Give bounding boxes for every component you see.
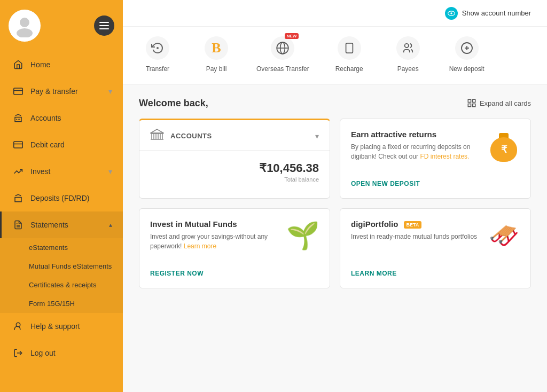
digi-promo-title: digiPortfolio BETA: [351, 219, 482, 229]
cards-grid: ACCOUNTS ₹10,456.38 Total balance Earn a…: [139, 119, 531, 288]
beta-badge: BETA: [404, 221, 422, 229]
sidebar-item-form15[interactable]: Form 15G/15H: [0, 294, 123, 313]
chevron-down-icon[interactable]: [315, 131, 319, 141]
sidebar-item-statements-label: Statements: [30, 221, 109, 229]
new-deposit-icon: [455, 36, 479, 60]
action-transfer[interactable]: Transfer: [139, 35, 176, 74]
new-deposit-label: New deposit: [449, 65, 485, 74]
mf-learn-more-link[interactable]: Learn more: [184, 242, 216, 250]
fd-promo-card: Earn attractive returns By placing a fix…: [340, 119, 531, 199]
action-payees[interactable]: Payees: [389, 35, 427, 74]
mf-promo-title: Invest in Mutual Funds: [150, 219, 282, 229]
mf-promo-card: Invest in Mutual Funds Invest and grow y…: [139, 208, 330, 288]
sidebar-item-deposits-label: Deposits (FD/RD): [30, 194, 112, 202]
sidebar-item-accounts[interactable]: Accounts: [0, 105, 123, 131]
action-new-deposit[interactable]: New deposit: [448, 35, 486, 74]
digi-promo-text: digiPortfolio BETA Invest in ready-made …: [351, 219, 488, 241]
mf-promo-inner: Invest in Mutual Funds Invest and grow y…: [150, 219, 319, 252]
sidebar-item-invest-label: Invest: [30, 167, 108, 176]
fd-interest-link[interactable]: FD interest rates.: [420, 153, 469, 160]
avatar: [9, 10, 41, 42]
accounts-card-body: ₹10,456.38 Total balance: [139, 151, 330, 195]
digi-promo-inner: digiPortfolio BETA Invest in ready-made …: [351, 219, 520, 252]
main-content: Show account number Transfer B Pay bill: [123, 0, 547, 392]
bank-icon: [150, 129, 164, 144]
sidebar-item-mf-estatements[interactable]: Mutual Funds eStatements: [0, 257, 123, 276]
dashboard: Welcome back, Expand all cards ACCOUNTS: [123, 85, 547, 392]
transfer-icon-wrap: [145, 35, 170, 61]
recharge-icon: [338, 36, 361, 60]
sidebar-item-estatements[interactable]: eStatements: [0, 238, 123, 257]
hamburger-line: [99, 25, 109, 26]
chevron-up-icon: ▴: [109, 221, 112, 229]
balance-label: Total balance: [150, 176, 319, 183]
transfer-icon: [146, 36, 169, 60]
svg-rect-23: [472, 99, 475, 102]
action-recharge[interactable]: Recharge: [331, 35, 368, 74]
expand-all-button[interactable]: Expand all cards: [467, 98, 531, 108]
welcome-text: Welcome back,: [139, 98, 208, 109]
svg-rect-25: [472, 104, 475, 107]
svg-point-12: [157, 47, 159, 49]
register-now-button[interactable]: REGISTER NOW: [150, 270, 319, 277]
digi-promo-image: 🛷: [488, 219, 520, 252]
logout-icon: [12, 347, 24, 359]
sidebar-item-logout-label: Log out: [30, 349, 112, 357]
action-overseas-transfer[interactable]: NEW Overseas Transfer: [256, 35, 309, 74]
plant-illustration: 🌱: [286, 220, 319, 251]
learn-more-button[interactable]: LEARN MORE: [351, 270, 520, 277]
transfer-label: Transfer: [146, 65, 169, 74]
payees-label: Payees: [397, 65, 419, 74]
debit-card-icon: [12, 139, 24, 151]
home-icon: [12, 59, 24, 70]
recharge-label: Recharge: [335, 65, 363, 74]
overseas-icon-wrap: NEW: [270, 35, 295, 61]
pay-transfer-icon: [12, 85, 24, 97]
recharge-icon-wrap: [337, 35, 362, 61]
sidebar-item-debit-card-label: Debit card: [30, 140, 112, 149]
sidebar-item-accounts-label: Accounts: [30, 114, 112, 122]
action-pay-bill[interactable]: B Pay bill: [198, 35, 235, 74]
accounts-icon: [12, 112, 24, 124]
digi-portfolio-card: digiPortfolio BETA Invest in ready-made …: [340, 208, 531, 288]
overseas-icon: [271, 36, 294, 60]
sidebar-item-logout[interactable]: Log out: [0, 340, 123, 366]
sidebar-item-debit-card[interactable]: Debit card: [0, 131, 123, 158]
pay-bill-icon-wrap: B: [204, 35, 229, 61]
svg-point-1: [17, 28, 33, 37]
welcome-bar: Welcome back, Expand all cards: [139, 98, 531, 109]
sidebar-item-help-label: Help & support: [30, 322, 112, 331]
overseas-label: Overseas Transfer: [256, 65, 309, 74]
fd-promo-text: Earn attractive returns By placing a fix…: [351, 130, 488, 161]
fd-promo-inner: Earn attractive returns By placing a fix…: [351, 130, 520, 162]
quick-actions-bar: Transfer B Pay bill NEW Overseas Transfe…: [123, 27, 547, 85]
show-account-button[interactable]: Show account number: [445, 7, 531, 20]
sidebar-item-pay-transfer-label: Pay & transfer: [30, 87, 108, 96]
svg-point-18: [404, 44, 408, 48]
statements-icon: [12, 219, 24, 231]
topbar: Show account number: [123, 0, 547, 27]
pay-bill-label: Pay bill: [206, 65, 227, 74]
sidebar-item-certificates[interactable]: Certificates & receipts: [0, 276, 123, 294]
svg-rect-24: [468, 104, 471, 107]
digi-promo-desc: Invest in ready-made mutual funds portfo…: [351, 232, 482, 241]
svg-rect-16: [346, 43, 353, 53]
statements-submenu: eStatements Mutual Funds eStatements Cer…: [0, 238, 123, 313]
mf-promo-text: Invest in Mutual Funds Invest and grow y…: [150, 219, 287, 251]
sidebar-item-home[interactable]: Home: [0, 51, 123, 78]
payees-icon: [396, 36, 420, 60]
sidebar-item-pay-transfer[interactable]: Pay & transfer: [0, 78, 123, 105]
sidebar-item-deposits[interactable]: Deposits (FD/RD): [0, 185, 123, 211]
sidebar-item-help[interactable]: Help & support: [0, 313, 123, 340]
fd-promo-title: Earn attractive returns: [351, 130, 482, 139]
mf-promo-image: 🌱: [287, 219, 319, 252]
hamburger-line: [99, 22, 109, 23]
sidebar-item-statements[interactable]: Statements ▴: [0, 211, 123, 238]
invest-icon: [12, 166, 24, 177]
hamburger-button[interactable]: [94, 15, 114, 36]
sidebar-item-invest[interactable]: Invest: [0, 158, 123, 185]
deposits-icon: [12, 192, 24, 204]
expand-icon: [467, 98, 476, 108]
svg-point-11: [450, 12, 452, 14]
open-new-deposit-button[interactable]: OPEN NEW DEPOSIT: [351, 180, 520, 187]
